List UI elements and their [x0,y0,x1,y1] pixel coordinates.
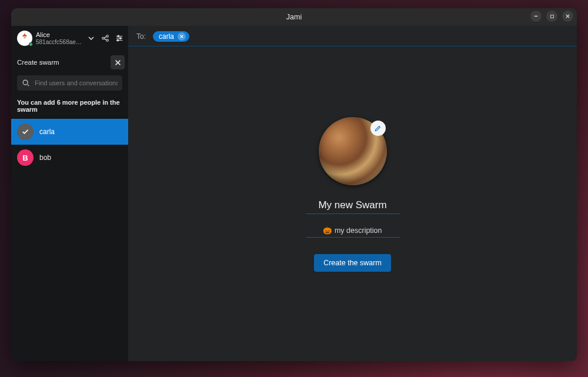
main-pane: To: carla My new Swarm [128,26,577,361]
contact-name: carla [39,128,55,136]
create-swarm-button[interactable]: Create the swarm [314,254,391,272]
svg-line-7 [104,36,106,38]
search-input[interactable] [35,79,118,86]
maximize-button[interactable] [546,11,557,22]
swarm-capacity-hint: You can add 6 more people in the swarm [11,95,128,119]
swarm-name-value: My new Swarm [318,199,386,211]
pencil-icon [374,124,382,132]
swarm-description-input[interactable]: 🎃 my description [306,226,400,238]
contact-list: carla B bob [11,119,128,171]
account-avatar [17,31,32,46]
window-title: Jami [286,13,302,21]
svg-point-4 [102,37,105,39]
close-button[interactable] [562,11,573,22]
contact-item-bob[interactable]: B bob [11,145,128,171]
account-switcher[interactable]: Alice 581accfc568aeb… [11,26,128,51]
chip-label: carla [159,32,174,41]
svg-point-12 [118,35,119,37]
create-swarm-label: Create swarm [17,59,59,66]
close-create-swarm-button[interactable] [111,55,125,69]
settings-sliders-icon[interactable] [115,34,123,42]
search-icon [22,79,30,87]
create-swarm-header: Create swarm [11,51,128,74]
svg-line-18 [28,85,29,86]
swarm-photo-wrap [319,117,387,185]
search-box[interactable] [17,75,122,91]
swarm-description-value: 🎃 my description [323,226,382,235]
svg-point-17 [23,80,28,85]
share-icon[interactable] [101,34,109,42]
contact-item-carla[interactable]: carla [11,119,128,145]
check-icon [17,124,34,140]
svg-point-13 [119,38,121,39]
swarm-name-input[interactable]: My new Swarm [306,199,400,214]
titlebar: Jami [11,8,577,26]
contact-name: bob [39,154,51,162]
account-hash: 581accfc568aeb… [36,39,83,45]
account-username: Alice [36,31,83,38]
chevron-down-icon[interactable] [87,34,95,42]
status-indicator [29,42,33,46]
minimize-button[interactable] [530,11,542,22]
svg-point-6 [106,39,109,42]
recipient-chip-carla[interactable]: carla [153,31,189,42]
to-label: To: [136,32,146,41]
chip-remove-icon[interactable] [178,32,186,41]
contact-avatar: B [17,149,34,166]
app-body: Alice 581accfc568aeb… Create swarm [11,26,577,361]
edit-photo-button[interactable] [370,121,386,136]
window-controls [530,11,573,22]
svg-point-14 [117,39,119,41]
app-window: Jami Alice 581accfc568aeb… [11,8,577,361]
recipients-row: To: carla [128,26,577,46]
svg-point-5 [106,35,109,38]
sidebar: Alice 581accfc568aeb… Create swarm [11,26,128,361]
svg-line-8 [104,39,106,40]
svg-rect-1 [550,15,553,18]
account-names: Alice 581accfc568aeb… [36,31,83,45]
swarm-setup: My new Swarm 🎃 my description Create the… [128,46,577,361]
